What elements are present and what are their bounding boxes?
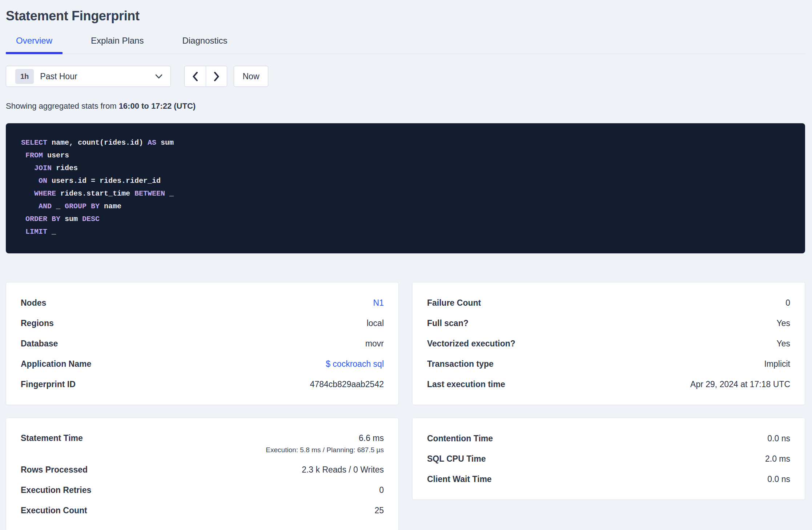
sql-text: users.id = rides.rider_id (47, 177, 161, 185)
previous-time-window-button[interactable] (185, 66, 206, 87)
row-value-wrap: Yes (776, 318, 790, 328)
chevron-left-icon (192, 72, 198, 81)
row-label: SQL CPU Time (427, 454, 486, 464)
row-value: 6.6 ms (266, 433, 384, 443)
card-row: Regionslocal (21, 313, 384, 333)
next-time-window-button[interactable] (206, 66, 227, 87)
row-value-wrap: 6.6 msExecution: 5.8 ms / Planning: 687.… (266, 433, 384, 454)
sql-text: _ (52, 202, 65, 210)
card-row: Vectorized execution?Yes (427, 333, 790, 354)
sql-keyword: AS (148, 138, 156, 147)
row-label: Failure Count (427, 298, 481, 308)
row-value-wrap: Apr 29, 2024 at 17:18 UTC (690, 380, 790, 389)
sql-text: _ (47, 228, 56, 236)
card-row: Full scan?Yes (427, 313, 790, 333)
card-row: Execution Retries0 (21, 480, 384, 500)
sql-keyword: SELECT (21, 138, 47, 147)
now-button[interactable]: Now (234, 66, 268, 87)
sql-keyword: WHERE (34, 189, 56, 198)
row-value-link[interactable]: N1 (373, 298, 384, 308)
time-range-badge: 1h (15, 69, 34, 84)
row-label: Full scan? (427, 318, 469, 328)
execution-attributes-card: Failure Count0Full scan?YesVectorized ex… (412, 282, 805, 405)
sql-keyword: GROUP BY (65, 202, 100, 210)
execution-stats-card: Statement Time6.6 msExecution: 5.8 ms / … (6, 418, 399, 530)
row-value-wrap: 25 (374, 506, 384, 515)
sql-text: rides (52, 164, 78, 172)
row-value: Implicit (764, 359, 790, 369)
sql-text: users (43, 151, 69, 160)
row-value: 0.0 ns (767, 434, 790, 443)
row-value-link[interactable]: $ cockroach sql (326, 359, 384, 369)
page-title: Statement Fingerprint (6, 9, 805, 23)
time-window-arrows (184, 66, 227, 87)
sql-keyword: BETWEEN (134, 189, 165, 198)
sql-line: FROM users (21, 149, 791, 162)
sql-keyword: ON (39, 177, 47, 185)
sql-keyword: DESC (82, 215, 100, 223)
chevron-right-icon (214, 72, 220, 81)
sql-text: rides.start_time (56, 189, 134, 198)
row-value-wrap: 0.0 ns (767, 474, 790, 484)
row-label: Nodes (21, 298, 46, 308)
sql-keyword: LIMIT (25, 228, 47, 236)
card-row: Rows Processed2.3 k Reads / 0 Writes (21, 459, 384, 480)
row-value-wrap: 2.3 k Reads / 0 Writes (302, 465, 384, 475)
card-row: Execution Count25 (21, 500, 384, 521)
row-value: 4784cb829aab2542 (310, 380, 384, 389)
row-value: 2.3 k Reads / 0 Writes (302, 465, 384, 475)
sql-line: AND _ GROUP BY name (21, 200, 791, 213)
row-label: Database (21, 339, 58, 349)
card-row: Failure Count0 (427, 293, 790, 313)
sql-text: name (100, 202, 121, 210)
sql-line: SELECT name, count(rides.id) AS sum (21, 136, 791, 149)
card-row: Contention Time0.0 ns (427, 428, 790, 449)
row-value: 2.0 ms (765, 454, 790, 464)
cards-grid: NodesN1RegionslocalDatabasemovrApplicati… (6, 282, 805, 530)
sql-text (21, 177, 39, 185)
row-value-wrap: 0.0 ns (767, 434, 790, 443)
row-value: local (367, 318, 384, 328)
row-value: 25 (374, 506, 384, 515)
sql-statement-box: SELECT name, count(rides.id) AS sum FROM… (6, 123, 805, 253)
row-value: Yes (776, 339, 790, 349)
sql-text (21, 228, 25, 236)
row-label: Transaction type (427, 359, 494, 369)
sql-line: LIMIT _ (21, 225, 791, 238)
row-value: 0.0 ns (767, 474, 790, 484)
card-row: SQL CPU Time2.0 ms (427, 449, 790, 469)
row-value-wrap: movr (365, 339, 384, 349)
sql-text (21, 164, 34, 172)
time-range-dropdown[interactable]: 1h Past Hour (6, 66, 171, 87)
row-label: Contention Time (427, 434, 493, 443)
row-value-wrap: Yes (776, 339, 790, 349)
row-value-wrap: 0 (785, 298, 790, 308)
row-value: Apr 29, 2024 at 17:18 UTC (690, 380, 790, 389)
row-label: Regions (21, 318, 54, 328)
caption-time-range: 16:00 to 17:22 (UTC) (119, 101, 196, 111)
row-label: Fingerprint ID (21, 380, 76, 389)
sql-keyword: ORDER BY (25, 215, 60, 223)
tab-overview[interactable]: Overview (6, 36, 63, 54)
time-controls: 1h Past Hour Now (6, 66, 805, 87)
card-row: Application Name$ cockroach sql (21, 354, 384, 374)
tab-bar: OverviewExplain PlansDiagnostics (6, 36, 805, 54)
sql-text: _ (165, 189, 174, 198)
row-value-wrap: $ cockroach sql (326, 359, 384, 369)
row-label: Rows Processed (21, 465, 88, 475)
sql-statement-text: SELECT name, count(rides.id) AS sum FROM… (21, 136, 791, 238)
sql-line: ON users.id = rides.rider_id (21, 174, 791, 187)
aggregated-stats-caption: Showing aggregated stats from 16:00 to 1… (6, 101, 805, 111)
sql-line: JOIN rides (21, 162, 791, 174)
sql-text (21, 151, 25, 160)
sql-text: sum (156, 138, 174, 147)
row-subvalue: Execution: 5.8 ms / Planning: 687.5 µs (266, 446, 384, 454)
row-label: Client Wait Time (427, 474, 492, 484)
card-row: Last execution timeApr 29, 2024 at 17:18… (427, 374, 790, 394)
card-row: Client Wait Time0.0 ns (427, 469, 790, 489)
row-value: Yes (776, 318, 790, 328)
tab-diagnostics[interactable]: Diagnostics (172, 36, 237, 54)
card-row: Fingerprint ID4784cb829aab2542 (21, 374, 384, 394)
row-value-wrap: 0 (379, 485, 384, 495)
tab-explain-plans[interactable]: Explain Plans (81, 36, 154, 54)
